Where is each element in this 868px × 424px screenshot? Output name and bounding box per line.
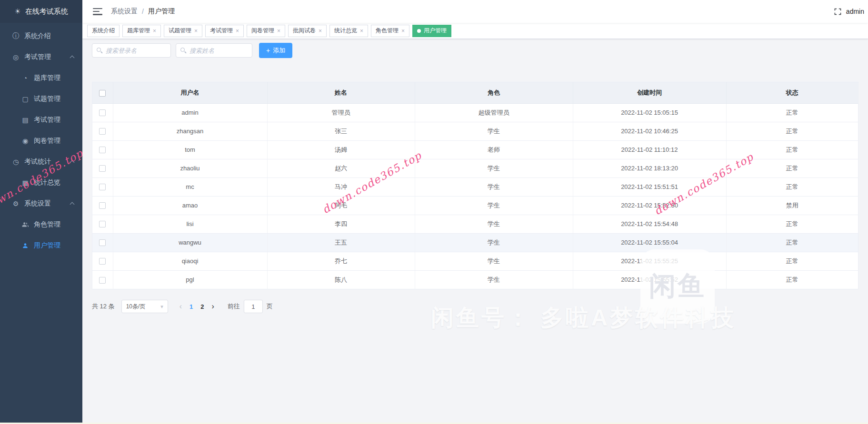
row-checkbox[interactable] bbox=[99, 277, 106, 284]
clipboard-icon: ▢ bbox=[21, 95, 30, 103]
next-page-button[interactable]: › bbox=[211, 302, 214, 311]
tab-paper-review[interactable]: 阅卷管理 × bbox=[247, 25, 285, 37]
table-row[interactable]: lisi 李四 学生 2022-11-02 15:54:48 正常 bbox=[92, 215, 858, 233]
sidebar-item-stats-overview[interactable]: ▦ 统计总览 bbox=[0, 172, 82, 193]
sidebar-item-label: 系统介绍 bbox=[24, 32, 51, 40]
tab-stats-overview[interactable]: 统计总览 × bbox=[329, 25, 368, 37]
tab-question-management[interactable]: 试题管理 × bbox=[164, 25, 202, 37]
row-checkbox[interactable] bbox=[99, 202, 106, 209]
breadcrumb-root[interactable]: 系统设置 bbox=[111, 7, 138, 16]
close-icon[interactable]: × bbox=[319, 28, 322, 34]
table-row[interactable]: qiaoqi 乔七 学生 2022-11-02 15:55:25 正常 bbox=[92, 252, 858, 270]
sidebar-item-system-settings[interactable]: ⚙ 系统设置 bbox=[0, 193, 82, 214]
sidebar-item-exam-statistics[interactable]: ◷ 考试统计 bbox=[0, 151, 82, 172]
cell-created: 2022-11-02 15:54:48 bbox=[573, 215, 726, 233]
close-icon[interactable]: × bbox=[194, 28, 198, 34]
user-menu[interactable]: admin bbox=[846, 8, 864, 15]
search-name-box bbox=[176, 43, 252, 58]
column-header-username: 用户名 bbox=[113, 82, 267, 103]
table-row[interactable]: tom 汤姆 老师 2022-11-02 11:10:12 正常 bbox=[92, 140, 858, 159]
chevron-up-icon bbox=[70, 202, 75, 207]
cell-status: 正常 bbox=[726, 159, 858, 177]
sidebar-item-system-intro[interactable]: ⓘ 系统介绍 bbox=[0, 26, 82, 47]
tab-system-intro[interactable]: 系统介绍 bbox=[87, 25, 120, 37]
users-icon bbox=[21, 221, 30, 228]
sidebar-item-role-management[interactable]: 角色管理 bbox=[0, 214, 82, 235]
cell-status: 正常 bbox=[726, 140, 858, 159]
row-checkbox[interactable] bbox=[99, 128, 106, 135]
sidebar-item-paper-review[interactable]: ◉ 阅卷管理 bbox=[0, 130, 82, 151]
tab-label: 角色管理 bbox=[376, 27, 399, 35]
sidebar-item-exam-admin[interactable]: ▤ 考试管理 bbox=[0, 109, 82, 130]
breadcrumb-separator: / bbox=[142, 8, 144, 15]
fullscreen-icon[interactable] bbox=[834, 8, 841, 15]
cell-created: 2022-11-02 15:05:15 bbox=[573, 103, 726, 122]
add-user-button[interactable]: + 添加 bbox=[259, 43, 292, 58]
row-checkbox[interactable] bbox=[99, 221, 106, 227]
sidebar-item-exam-management[interactable]: ◎ 考试管理 bbox=[0, 47, 82, 68]
search-login-input[interactable] bbox=[106, 47, 170, 54]
cell-username: admin bbox=[113, 103, 267, 122]
page-number-2[interactable]: 2 bbox=[200, 303, 204, 310]
close-icon[interactable]: × bbox=[277, 28, 280, 34]
tab-grading[interactable]: 批阅试卷 × bbox=[288, 25, 327, 37]
hamburger-icon[interactable] bbox=[93, 8, 102, 15]
cell-name: 乔七 bbox=[267, 252, 415, 270]
select-all-checkbox[interactable] bbox=[99, 90, 106, 97]
sidebar-item-label: 角色管理 bbox=[34, 220, 60, 229]
table-row[interactable]: admin 管理员 超级管理员 2022-11-02 15:05:15 正常 bbox=[92, 103, 858, 122]
cell-username: zhangsan bbox=[113, 122, 267, 140]
row-checkbox[interactable] bbox=[99, 109, 106, 116]
clock-icon: ◷ bbox=[11, 158, 20, 166]
cell-name: 管理员 bbox=[267, 103, 415, 122]
page-number-1[interactable]: 1 bbox=[190, 303, 193, 310]
tab-user-management[interactable]: 用户管理 bbox=[412, 25, 451, 37]
table-row[interactable]: pgl 陈八 学生 2022-11-02 15:55:52 正常 bbox=[92, 270, 858, 289]
close-icon[interactable]: × bbox=[153, 28, 156, 34]
close-icon[interactable]: × bbox=[236, 28, 239, 34]
cell-username: zhaoliu bbox=[113, 159, 267, 177]
table-row[interactable]: amao 阿毛 学生 2022-11-02 15:52:30 禁用 bbox=[92, 196, 858, 215]
prev-page-button[interactable]: ‹ bbox=[180, 302, 182, 311]
close-icon[interactable]: × bbox=[360, 28, 363, 34]
page-content: + 添加 用户名 姓名 角色 创建时间 状态 bbox=[82, 39, 868, 424]
cell-role: 老师 bbox=[415, 140, 573, 159]
user-icon bbox=[21, 242, 30, 249]
tab-question-bank[interactable]: 题库管理 × bbox=[122, 25, 161, 37]
tab-exam-management[interactable]: 考试管理 × bbox=[205, 25, 244, 37]
sidebar-item-question-management[interactable]: ▢ 试题管理 bbox=[0, 89, 82, 109]
cell-username: amao bbox=[113, 196, 267, 215]
eye-icon: ◉ bbox=[21, 137, 30, 145]
search-icon bbox=[180, 48, 185, 52]
cell-name: 李四 bbox=[267, 215, 415, 233]
navbar-right: admin bbox=[834, 8, 865, 15]
table-row[interactable]: zhaoliu 赵六 学生 2022-11-02 18:13:20 正常 bbox=[92, 159, 858, 177]
row-checkbox[interactable] bbox=[99, 165, 106, 172]
sidebar-item-user-management[interactable]: 用户管理 bbox=[0, 235, 82, 256]
table-row[interactable]: zhangsan 张三 学生 2022-11-02 10:46:25 正常 bbox=[92, 122, 858, 140]
gear-icon: ⚙ bbox=[11, 200, 20, 207]
table-row-highlighted[interactable]: wangwu 王五 学生 2022-11-02 15:55:04 正常 bbox=[92, 233, 858, 252]
close-icon[interactable]: × bbox=[401, 28, 405, 34]
cell-status: 正常 bbox=[726, 252, 858, 270]
row-checkbox[interactable] bbox=[99, 258, 106, 265]
cell-created: 2022-11-02 15:51:51 bbox=[573, 177, 726, 196]
sidebar-item-question-bank[interactable]: ◔ 题库管理 bbox=[0, 68, 82, 89]
info-circle-icon: ⓘ bbox=[11, 32, 20, 40]
cell-role: 学生 bbox=[415, 122, 573, 140]
row-checkbox[interactable] bbox=[99, 184, 106, 190]
goto-page-input[interactable] bbox=[244, 300, 263, 313]
document-icon: ▤ bbox=[21, 116, 30, 124]
cell-status: 禁用 bbox=[726, 196, 858, 215]
table-row[interactable]: mc 马冲 学生 2022-11-02 15:51:51 正常 bbox=[92, 177, 858, 196]
search-name-input[interactable] bbox=[190, 47, 252, 54]
page-size-select[interactable]: 10条/页 ▾ bbox=[121, 300, 168, 313]
tab-role-management[interactable]: 角色管理 × bbox=[371, 25, 409, 37]
pie-clock-icon: ◔ bbox=[21, 74, 30, 82]
cell-role: 学生 bbox=[415, 177, 573, 196]
row-checkbox[interactable] bbox=[99, 239, 106, 246]
plus-icon: + bbox=[266, 47, 270, 54]
cell-name: 汤姆 bbox=[267, 140, 415, 159]
row-checkbox[interactable] bbox=[99, 147, 106, 153]
cell-created: 2022-11-02 15:55:52 bbox=[573, 270, 726, 289]
